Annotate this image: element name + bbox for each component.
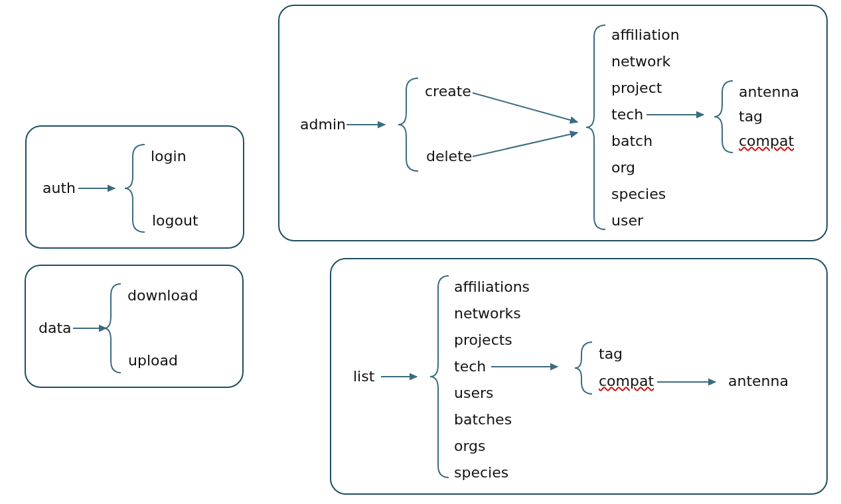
list-affiliations-label: affiliations [454,280,530,294]
admin-affiliation-label: affiliation [611,28,680,42]
list-networks-label: networks [454,306,521,321]
list-batches-label: batches [454,412,512,427]
admin-batch-label: batch [611,134,652,149]
list-projects-label: projects [454,333,512,347]
admin-species-label: species [611,187,666,202]
admin-org-label: org [611,160,635,175]
admin-compat-label: compat [739,134,794,149]
list-antenna-label: antenna [728,374,789,389]
list-tech-label: tech [454,359,486,374]
list-tag-label: tag [599,347,623,361]
admin-antenna-label: antenna [739,85,799,99]
auth-login-label: login [151,149,187,164]
auth-logout-label: logout [152,214,198,228]
admin-root-label: admin [300,117,346,132]
list-root-label: list [353,369,374,384]
admin-tag-label: tag [739,109,763,124]
admin-create-label: create [425,84,471,99]
admin-project-label: project [611,81,662,95]
data-download-label: download [127,288,198,303]
list-compat-label: compat [599,374,654,389]
list-users-label: users [454,386,493,401]
admin-delete-label: delete [426,149,472,164]
list-orgs-label: orgs [454,439,486,454]
data-upload-label: upload [128,353,178,368]
auth-root-label: auth [42,181,76,196]
list-species-label: species [454,466,508,480]
admin-user-label: user [611,214,643,228]
data-root-label: data [38,321,72,336]
admin-tech-label: tech [611,107,643,122]
admin-network-label: network [611,54,670,69]
